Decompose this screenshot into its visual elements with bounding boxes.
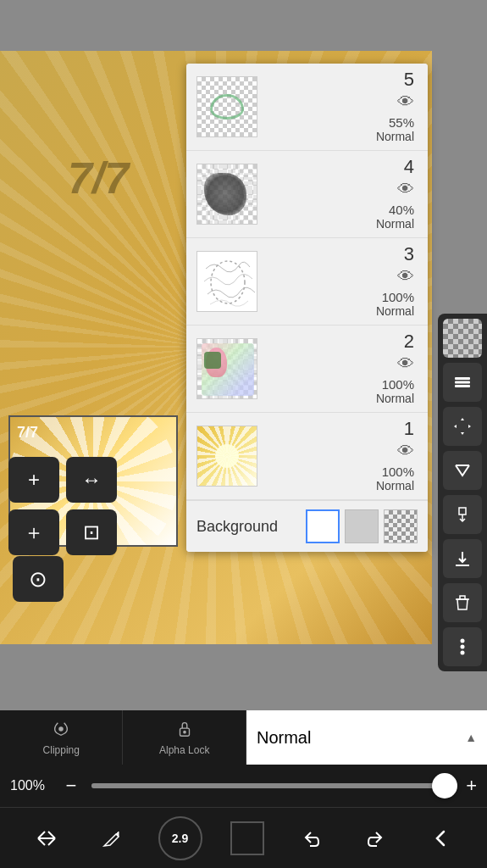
clipping-icon xyxy=(52,720,70,743)
merge-down-button[interactable] xyxy=(443,495,482,534)
layer-3-info: 3 👁 100% Normal xyxy=(257,245,418,318)
clipping-label: Clipping xyxy=(43,744,80,756)
layer-2-opacity: 100% xyxy=(382,377,414,392)
checkerboard-button[interactable] xyxy=(443,319,482,358)
color-swatch[interactable] xyxy=(230,821,264,855)
layer-5-info: 5 👁 55% Normal xyxy=(257,70,418,143)
layer-3-eye[interactable]: 👁 xyxy=(397,267,414,287)
camera-button[interactable]: ⊙ xyxy=(13,556,64,602)
pen-button[interactable] xyxy=(93,820,130,857)
back-button[interactable] xyxy=(423,820,460,857)
blend-mode-selector[interactable]: Normal ▲ xyxy=(246,710,487,765)
redo-button[interactable] xyxy=(357,820,395,857)
layer-2-info: 2 👁 100% Normal xyxy=(257,332,418,405)
layer-4-number: 4 xyxy=(404,158,414,176)
undo-icon xyxy=(300,827,322,849)
move-button[interactable] xyxy=(443,407,482,446)
pen-icon xyxy=(102,828,122,849)
svg-point-6 xyxy=(461,651,465,655)
action-row-top: + ↔ xyxy=(8,457,117,503)
delete-icon xyxy=(452,593,473,613)
layer-4-blend: Normal xyxy=(376,217,414,231)
svg-point-4 xyxy=(461,639,465,643)
layer-3-svg xyxy=(197,252,257,312)
layer-5-item[interactable]: 5 👁 55% Normal xyxy=(186,64,428,151)
more-icon xyxy=(460,637,465,657)
flip-h-button[interactable] xyxy=(443,451,482,490)
artwork-text: 7/7 xyxy=(68,153,129,203)
merge-button[interactable]: ⊡ xyxy=(66,509,117,555)
background-white-swatch[interactable] xyxy=(306,509,340,543)
layer-2-number: 2 xyxy=(404,332,414,351)
layer-1-thumbnail xyxy=(196,426,257,487)
import-button[interactable] xyxy=(443,539,482,578)
more-options-button[interactable] xyxy=(443,627,482,666)
layer-5-blend: Normal xyxy=(376,130,414,143)
layer-1-info: 1 👁 100% Normal xyxy=(257,420,418,492)
layer-3-opacity: 100% xyxy=(382,290,414,304)
transform-icon xyxy=(35,826,58,850)
svg-point-9 xyxy=(58,726,64,732)
layer-4-info: 4 👁 40% Normal xyxy=(257,158,418,231)
clipping-button[interactable]: Clipping xyxy=(0,710,123,765)
layers-icon xyxy=(452,372,473,392)
layer-5-opacity: 55% xyxy=(389,115,414,130)
background-checker-swatch[interactable] xyxy=(384,509,418,543)
import-icon xyxy=(452,548,473,569)
layer-3-number: 3 xyxy=(404,245,414,264)
layer-2-blend: Normal xyxy=(376,392,414,405)
opacity-minus-button[interactable]: − xyxy=(59,775,83,797)
layer-4-item[interactable]: 4 👁 40% Normal xyxy=(186,151,428,238)
layers-button[interactable] xyxy=(443,363,482,402)
add-layer-button[interactable]: + xyxy=(8,457,59,503)
flip-layer-button[interactable]: ↔ xyxy=(66,457,117,503)
background-gray-swatch[interactable] xyxy=(345,509,379,543)
layer-1-eye[interactable]: 👁 xyxy=(397,442,414,461)
chevron-up-icon: ▲ xyxy=(465,731,477,744)
brush-size-indicator[interactable]: 2.9 xyxy=(158,816,202,860)
opacity-value: 100% xyxy=(10,778,51,793)
layer-4-thumbnail xyxy=(196,164,257,225)
layer-3-blend: Normal xyxy=(376,304,414,318)
layer-1-blend: Normal xyxy=(376,479,414,492)
layer-2-thumbnail xyxy=(196,338,257,399)
alpha-lock-button[interactable]: Alpha Lock xyxy=(123,710,246,765)
undo-button[interactable] xyxy=(292,820,329,857)
background-row[interactable]: Background xyxy=(186,500,428,552)
merge-down-icon xyxy=(452,504,473,525)
transform-button[interactable] xyxy=(28,820,65,857)
clipping-svg xyxy=(52,720,70,738)
move-icon xyxy=(452,416,473,437)
layers-panel: 5 👁 55% Normal 4 👁 40% Normal xyxy=(186,64,428,552)
brush-size-value: 2.9 xyxy=(172,832,188,845)
action-row-bottom: ＋ ⊡ xyxy=(8,509,117,555)
layer-actions: + ↔ ＋ ⊡ xyxy=(8,457,117,555)
opacity-thumb[interactable] xyxy=(432,773,457,798)
opacity-plus-button[interactable]: + xyxy=(466,775,477,797)
blend-mode-label: Normal xyxy=(257,728,311,748)
layer-5-eye[interactable]: 👁 xyxy=(397,92,414,112)
layer-2-eye[interactable]: 👁 xyxy=(397,354,414,374)
svg-rect-7 xyxy=(197,252,257,312)
layer-1-item[interactable]: 1 👁 100% Normal xyxy=(186,413,428,500)
nav-bar: 2.9 xyxy=(0,807,487,868)
mode-row: Clipping Alpha Lock Normal ▲ xyxy=(0,710,487,765)
layer-2-item[interactable]: 2 👁 100% Normal xyxy=(186,326,428,413)
alpha-lock-label: Alpha Lock xyxy=(159,744,209,756)
opacity-fill xyxy=(91,783,457,788)
merge-icon: ⊡ xyxy=(83,520,100,544)
layer-3-thumbnail xyxy=(196,251,257,312)
svg-rect-1 xyxy=(455,381,470,384)
plus-icon: + xyxy=(28,468,40,492)
opacity-row: 100% − + xyxy=(0,765,487,807)
right-toolbar xyxy=(438,314,487,671)
layer-1-opacity: 100% xyxy=(382,465,414,479)
layer-4-eye[interactable]: 👁 xyxy=(397,180,414,199)
add-small-button[interactable]: ＋ xyxy=(8,509,59,555)
alpha-lock-icon xyxy=(175,720,194,743)
opacity-slider-track[interactable] xyxy=(91,783,457,788)
delete-button[interactable] xyxy=(443,583,482,622)
camera-icon: ⊙ xyxy=(29,566,47,593)
layer-3-item[interactable]: 3 👁 100% Normal xyxy=(186,238,428,326)
alpha-lock-svg xyxy=(175,720,194,738)
